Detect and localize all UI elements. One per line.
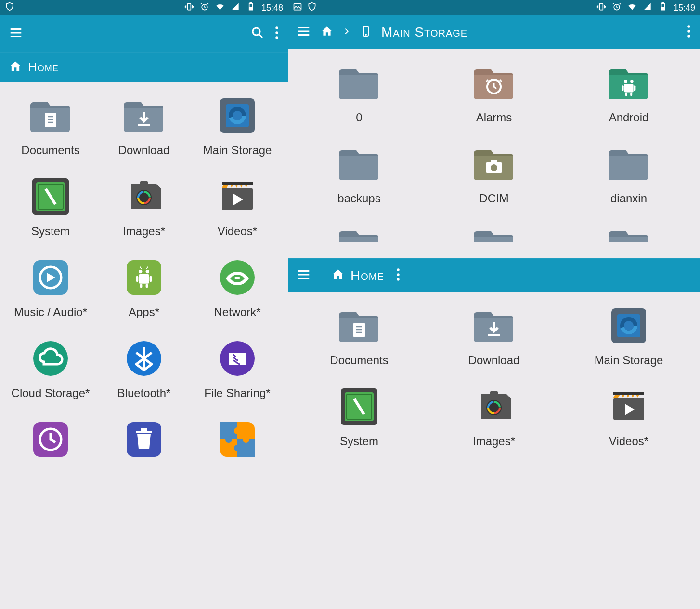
- grid-item[interactable]: Download: [428, 304, 559, 367]
- breadcrumb-label: Home: [28, 60, 59, 75]
- svg-point-8: [275, 36, 278, 39]
- signal-icon: [643, 2, 652, 14]
- grid-item[interactable]: File Sharing*: [193, 336, 282, 400]
- folder-icon: [337, 142, 381, 186]
- breadcrumb-home-icon[interactable]: [321, 25, 333, 40]
- grid-item[interactable]: Main Storage: [563, 304, 694, 367]
- grid-item-label: Apps*: [129, 305, 159, 319]
- screenshot-left: 15:48 Home DocumentsDownloadMain Storage…: [0, 0, 288, 609]
- videos-icon: [215, 174, 259, 219]
- grid-item[interactable]: [563, 223, 694, 258]
- grid-item-label: File Sharing*: [204, 386, 270, 400]
- grid-item[interactable]: Videos*: [193, 174, 282, 238]
- grid-item[interactable]: Main Storage: [193, 93, 282, 157]
- network-icon: [215, 255, 259, 300]
- folder-doc-icon: [337, 304, 381, 348]
- grid-item[interactable]: Videos*: [563, 384, 694, 448]
- grid-item-label: Alarms: [476, 111, 512, 124]
- grid-item[interactable]: System: [294, 384, 425, 448]
- grid-item[interactable]: [193, 417, 282, 467]
- folder-android-icon: [607, 61, 651, 105]
- folder-partial-icon: [337, 223, 381, 258]
- svg-rect-13: [662, 2, 663, 3]
- grid-item[interactable]: [294, 223, 425, 258]
- grid-item[interactable]: Network*: [193, 255, 282, 319]
- grid-item[interactable]: Cloud Storage*: [6, 336, 95, 400]
- menu-icon[interactable]: [297, 24, 311, 40]
- breadcrumb: Home: [0, 52, 288, 82]
- trash-icon: [122, 417, 166, 462]
- svg-point-5: [253, 28, 260, 35]
- grid-item[interactable]: Download: [99, 93, 189, 157]
- grid-item-label: Documents: [330, 354, 388, 367]
- grid-item[interactable]: Alarms: [428, 61, 559, 124]
- svg-rect-10: [600, 3, 603, 10]
- search-icon[interactable]: [250, 26, 265, 42]
- folder-partial-icon: [607, 223, 651, 258]
- storage-icon: [607, 304, 651, 348]
- svg-point-7: [275, 31, 278, 34]
- signal-icon: [231, 2, 240, 14]
- folder-alarm-icon: [472, 61, 516, 105]
- status-time: 15:49: [674, 3, 695, 13]
- breadcrumb-current: Main Storage: [381, 25, 467, 40]
- grid-item-label: Download: [468, 354, 520, 367]
- grid-item-label: Download: [118, 144, 170, 157]
- apps-icon: [122, 255, 166, 300]
- grid-item[interactable]: Images*: [428, 384, 559, 448]
- grid-item[interactable]: Android: [563, 61, 694, 124]
- videos-icon: [607, 384, 651, 429]
- home-icon[interactable]: [331, 268, 345, 283]
- image-icon: [293, 2, 302, 14]
- grid-item-label: 0: [356, 111, 362, 124]
- grid-item[interactable]: Images*: [99, 174, 189, 238]
- grid-item[interactable]: 0: [294, 61, 425, 124]
- bluetooth-icon: [122, 336, 166, 381]
- statusbar: 15:48: [0, 0, 288, 15]
- breadcrumb-label: Home: [350, 268, 384, 283]
- grid-item-label: Bluetooth*: [117, 386, 171, 400]
- grid-item-label: backups: [337, 192, 380, 205]
- grid-item-label: Videos*: [218, 225, 257, 238]
- vibrate-icon: [184, 2, 194, 14]
- grid-item-label: Main Storage: [595, 354, 663, 367]
- grid-item[interactable]: [99, 417, 189, 467]
- grid-item[interactable]: DCIM: [428, 142, 559, 205]
- svg-rect-3: [250, 2, 251, 3]
- grid-item[interactable]: Music / Audio*: [6, 255, 95, 319]
- status-time: 15:48: [261, 3, 283, 13]
- grid-item-label: Videos*: [609, 435, 648, 448]
- pane-main-storage: 15:49 Main Storage 0AlarmsAndroidbackups…: [288, 0, 700, 258]
- menu-icon[interactable]: [297, 267, 311, 284]
- menu-icon[interactable]: [9, 26, 23, 42]
- svg-point-6: [275, 26, 278, 29]
- recent-icon: [28, 417, 73, 462]
- grid-item[interactable]: System: [6, 174, 95, 238]
- grid-item[interactable]: backups: [294, 142, 425, 205]
- grid-item[interactable]: dianxin: [563, 142, 694, 205]
- grid-item[interactable]: [428, 223, 559, 258]
- folder-doc-icon: [28, 93, 73, 138]
- grid-item-label: DCIM: [479, 192, 508, 205]
- grid-item[interactable]: Bluetooth*: [99, 336, 189, 400]
- overflow-icon[interactable]: [687, 24, 691, 40]
- images-icon: [122, 174, 166, 219]
- overflow-icon[interactable]: [396, 267, 401, 284]
- grid-item-label: Images*: [123, 225, 165, 238]
- overflow-icon[interactable]: [274, 26, 279, 42]
- screenshot-right: 15:49 Main Storage 0AlarmsAndroidbackups…: [288, 0, 700, 609]
- grid-item[interactable]: Apps*: [99, 255, 189, 319]
- grid-item[interactable]: Documents: [6, 93, 95, 157]
- grid-item[interactable]: Documents: [294, 304, 425, 367]
- plugins-icon: [215, 417, 259, 462]
- home-grid: DocumentsDownloadMain StorageSystemImage…: [0, 82, 288, 467]
- svg-point-20: [397, 268, 400, 271]
- svg-rect-0: [188, 3, 191, 10]
- grid-item[interactable]: [6, 417, 95, 467]
- svg-point-19: [687, 35, 690, 38]
- system-icon: [337, 384, 381, 429]
- home-icon[interactable]: [9, 60, 22, 75]
- folder-icon: [607, 142, 651, 186]
- grid-item-label: System: [31, 225, 70, 238]
- folder-download-icon: [122, 93, 166, 138]
